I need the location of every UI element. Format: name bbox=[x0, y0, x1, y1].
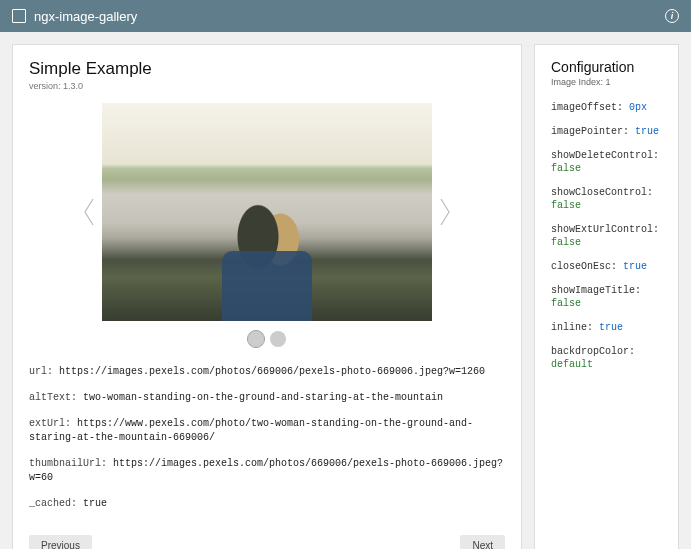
config-item: imageOffset: 0px bbox=[551, 101, 662, 114]
next-button[interactable]: Next bbox=[460, 535, 505, 549]
config-item: showExtUrlControl:false bbox=[551, 223, 662, 249]
prop-line: extUrl: https://www.pexels.com/photo/two… bbox=[29, 417, 505, 445]
config-heading: Configuration bbox=[551, 59, 662, 75]
gallery bbox=[29, 103, 505, 321]
thumbnail-1[interactable] bbox=[248, 331, 264, 347]
prop-value: true bbox=[83, 498, 107, 509]
config-key: backdropColor: bbox=[551, 345, 662, 358]
config-value: false bbox=[551, 162, 662, 175]
config-panel: Configuration Image Index: 1 imageOffset… bbox=[534, 44, 679, 549]
example-card: Simple Example version: 1.3.0 url: https… bbox=[12, 44, 522, 549]
config-key: inline: bbox=[551, 322, 593, 333]
prev-arrow-icon[interactable] bbox=[76, 187, 102, 237]
prop-value: https://images.pexels.com/photos/669006/… bbox=[59, 366, 485, 377]
config-key: imagePointer: bbox=[551, 126, 629, 137]
config-item: inline: true bbox=[551, 321, 662, 334]
prop-line: altText: two-woman-standing-on-the-groun… bbox=[29, 391, 505, 405]
config-item: showImageTitle:false bbox=[551, 284, 662, 310]
prop-line: thumbnailUrl: https://images.pexels.com/… bbox=[29, 457, 505, 485]
config-list: imageOffset: 0pximagePointer: trueshowDe… bbox=[551, 101, 662, 371]
config-item: backdropColor:default bbox=[551, 345, 662, 371]
app-title: ngx-image-gallery bbox=[34, 9, 137, 24]
thumbnail-strip bbox=[29, 331, 505, 347]
config-value: true bbox=[599, 322, 623, 333]
config-key: showDeleteControl: bbox=[551, 149, 662, 162]
prop-label: _cached: bbox=[29, 498, 83, 509]
prop-line: _cached: true bbox=[29, 497, 505, 511]
config-value: true bbox=[635, 126, 659, 137]
config-key: showCloseControl: bbox=[551, 186, 662, 199]
next-arrow-icon[interactable] bbox=[432, 187, 458, 237]
config-key: showExtUrlControl: bbox=[551, 223, 662, 236]
config-item: showDeleteControl:false bbox=[551, 149, 662, 175]
config-value: false bbox=[551, 199, 662, 212]
config-value: 0px bbox=[629, 102, 647, 113]
image-index: Image Index: 1 bbox=[551, 77, 662, 87]
prop-label: url: bbox=[29, 366, 59, 377]
gallery-image[interactable] bbox=[102, 103, 432, 321]
prop-value: two-woman-standing-on-the-ground-and-sta… bbox=[83, 392, 443, 403]
app-logo-icon bbox=[12, 9, 26, 23]
config-value: default bbox=[551, 358, 662, 371]
prop-label: thumbnailUrl: bbox=[29, 458, 113, 469]
prop-value: https://www.pexels.com/photo/two-woman-s… bbox=[29, 418, 473, 443]
config-key: imageOffset: bbox=[551, 102, 623, 113]
config-value: false bbox=[551, 236, 662, 249]
config-key: showImageTitle: bbox=[551, 284, 662, 297]
page-title: Simple Example bbox=[29, 59, 505, 79]
version-label: version: 1.3.0 bbox=[29, 81, 505, 91]
info-icon[interactable]: i bbox=[665, 9, 679, 23]
config-item: imagePointer: true bbox=[551, 125, 662, 138]
prop-line: url: https://images.pexels.com/photos/66… bbox=[29, 365, 505, 379]
prop-label: altText: bbox=[29, 392, 83, 403]
config-item: closeOnEsc: true bbox=[551, 260, 662, 273]
prop-label: extUrl: bbox=[29, 418, 77, 429]
thumbnail-2[interactable] bbox=[270, 331, 286, 347]
config-item: showCloseControl:false bbox=[551, 186, 662, 212]
config-value: true bbox=[623, 261, 647, 272]
image-props: url: https://images.pexels.com/photos/66… bbox=[29, 365, 505, 523]
config-value: false bbox=[551, 297, 662, 310]
config-key: closeOnEsc: bbox=[551, 261, 617, 272]
previous-button[interactable]: Previous bbox=[29, 535, 92, 549]
top-bar: ngx-image-gallery i bbox=[0, 0, 691, 32]
